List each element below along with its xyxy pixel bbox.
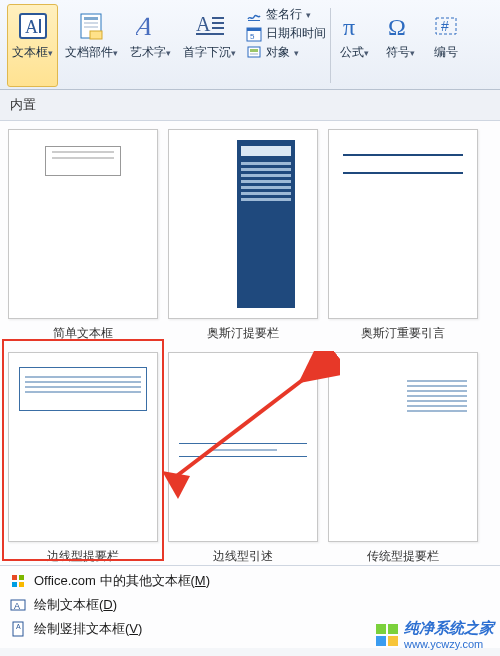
cmd-office-text: Office.com 中的其他文本框(M) <box>34 572 210 590</box>
gallery-item-austin-quote[interactable]: 奥斯汀重要引言 <box>328 129 478 342</box>
svg-rect-13 <box>196 33 224 35</box>
gallery-item-edge-pull[interactable]: 边线型引述 <box>168 352 318 565</box>
svg-rect-11 <box>212 22 224 24</box>
cmd-drawv-text: 绘制竖排文本框(V) <box>34 620 142 638</box>
draw-vertical-textbox-icon: A <box>10 621 26 637</box>
cmd-draw-text: 绘制文本框(D) <box>34 596 117 614</box>
svg-text:A: A <box>196 13 211 35</box>
calendar-icon: 5 <box>246 26 262 42</box>
wordart-button[interactable]: A 艺术字▾ <box>125 4 176 87</box>
svg-text:A: A <box>136 12 156 41</box>
datetime-label: 日期和时间 <box>266 25 326 42</box>
symbol-button[interactable]: Ω 符号▾ <box>378 4 422 87</box>
svg-text:A: A <box>25 17 38 37</box>
caption-austin-quote: 奥斯汀重要引言 <box>361 325 445 342</box>
svg-rect-6 <box>84 26 98 28</box>
equation-label: 公式 <box>340 45 364 59</box>
gallery-item-simple[interactable]: 简单文本框 <box>8 129 158 342</box>
caption-trad-sidebar: 传统型提要栏 <box>367 548 439 565</box>
wordart-label: 艺术字 <box>130 45 166 59</box>
svg-text:Ω: Ω <box>388 14 406 40</box>
gallery-item-trad-sidebar[interactable]: 传统型提要栏 <box>328 352 478 565</box>
svg-text:5: 5 <box>250 32 255 41</box>
dropcap-label: 首字下沉 <box>183 45 231 59</box>
gallery-header: 内置 <box>0 90 500 121</box>
svg-rect-29 <box>12 582 17 587</box>
quickparts-label: 文档部件 <box>65 45 113 59</box>
object-label: 对象 <box>266 44 290 61</box>
thumb-simple <box>8 129 158 319</box>
number-label: 编号 <box>434 45 458 59</box>
thumb-edge-pull <box>168 352 318 542</box>
gallery-item-edge-sidebar[interactable]: 边线型提要栏 <box>8 352 158 565</box>
chevron-down-icon: ▾ <box>231 48 236 58</box>
datetime-button[interactable]: 5 日期和时间 <box>246 25 326 42</box>
gallery-item-austin-sidebar[interactable]: 奥斯汀提要栏 <box>168 129 318 342</box>
number-button[interactable]: # 编号 <box>424 4 468 87</box>
watermark: 纯净系统之家 www.ycwzy.com <box>376 619 494 650</box>
thumb-austin-quote <box>328 129 478 319</box>
svg-rect-12 <box>212 27 224 29</box>
signature-icon <box>246 7 262 23</box>
svg-rect-2 <box>39 19 41 33</box>
ribbon-group-symbols: π 公式▾ Ω 符号▾ # 编号 <box>331 4 469 87</box>
caption-simple: 简单文本框 <box>53 325 113 342</box>
svg-rect-14 <box>248 20 260 21</box>
symbol-label: 符号 <box>386 45 410 59</box>
svg-rect-10 <box>212 17 224 19</box>
pi-icon: π <box>337 9 371 43</box>
textbox-icon: A <box>16 9 50 43</box>
svg-rect-7 <box>90 31 102 39</box>
textbox-label: 文本框 <box>12 45 48 59</box>
svg-rect-5 <box>84 22 98 24</box>
signature-button[interactable]: 签名行 ▾ <box>246 6 326 23</box>
chevron-down-icon: ▾ <box>294 48 299 58</box>
draw-textbox-icon: A <box>10 597 26 613</box>
svg-rect-19 <box>250 49 258 52</box>
equation-button[interactable]: π 公式▾ <box>332 4 376 87</box>
dropcap-icon: A <box>193 9 227 43</box>
watermark-logo-icon <box>376 624 398 646</box>
chevron-down-icon: ▾ <box>410 48 415 58</box>
object-button[interactable]: 对象 ▾ <box>246 44 326 61</box>
svg-rect-4 <box>84 17 98 20</box>
cmd-draw-textbox[interactable]: A 绘制文本框(D) <box>10 596 490 614</box>
svg-text:A: A <box>14 601 20 611</box>
caption-austin-sidebar: 奥斯汀提要栏 <box>207 325 279 342</box>
svg-text:#: # <box>441 18 449 34</box>
svg-rect-30 <box>19 582 24 587</box>
chevron-down-icon: ▾ <box>306 10 311 20</box>
textbox-button[interactable]: A 文本框▾ <box>7 4 58 87</box>
quickparts-icon <box>75 9 109 43</box>
svg-rect-27 <box>12 575 17 580</box>
caption-edge-pull: 边线型引述 <box>213 548 273 565</box>
chevron-down-icon: ▾ <box>364 48 369 58</box>
caption-edge-sidebar: 边线型提要栏 <box>47 548 119 565</box>
watermark-brand: 纯净系统之家 <box>404 619 494 636</box>
textbox-gallery: 简单文本框 奥斯汀提要栏 奥斯汀重要引言 边线型提要栏 边线型引述 <box>0 121 500 565</box>
watermark-url: www.ycwzy.com <box>404 638 494 650</box>
gallery-grid: 简单文本框 奥斯汀提要栏 奥斯汀重要引言 边线型提要栏 边线型引述 <box>8 129 492 565</box>
svg-rect-16 <box>247 28 261 31</box>
number-icon: # <box>429 9 463 43</box>
thumb-edge-sidebar <box>8 352 158 542</box>
svg-text:A: A <box>16 623 21 630</box>
ribbon: A 文本框▾ 文档部件▾ A 艺术字▾ A 首字下沉▾ 签名行 <box>0 0 500 90</box>
signature-label: 签名行 <box>266 6 302 23</box>
office-icon <box>10 573 26 589</box>
omega-icon: Ω <box>383 9 417 43</box>
thumb-trad-sidebar <box>328 352 478 542</box>
cmd-office-more[interactable]: Office.com 中的其他文本框(M) <box>10 572 490 590</box>
chevron-down-icon: ▾ <box>113 48 118 58</box>
object-icon <box>246 45 262 61</box>
ribbon-group-text: A 文本框▾ 文档部件▾ A 艺术字▾ A 首字下沉▾ 签名行 <box>6 4 330 87</box>
dropcap-button[interactable]: A 首字下沉▾ <box>178 4 241 87</box>
wordart-icon: A <box>134 9 168 43</box>
svg-rect-20 <box>250 53 258 55</box>
svg-text:π: π <box>343 14 355 40</box>
svg-rect-28 <box>19 575 24 580</box>
ribbon-stack-insert: 签名行 ▾ 5 日期和时间 对象 ▾ <box>242 4 330 87</box>
thumb-austin-sidebar <box>168 129 318 319</box>
quickparts-button[interactable]: 文档部件▾ <box>60 4 123 87</box>
chevron-down-icon: ▾ <box>166 48 171 58</box>
